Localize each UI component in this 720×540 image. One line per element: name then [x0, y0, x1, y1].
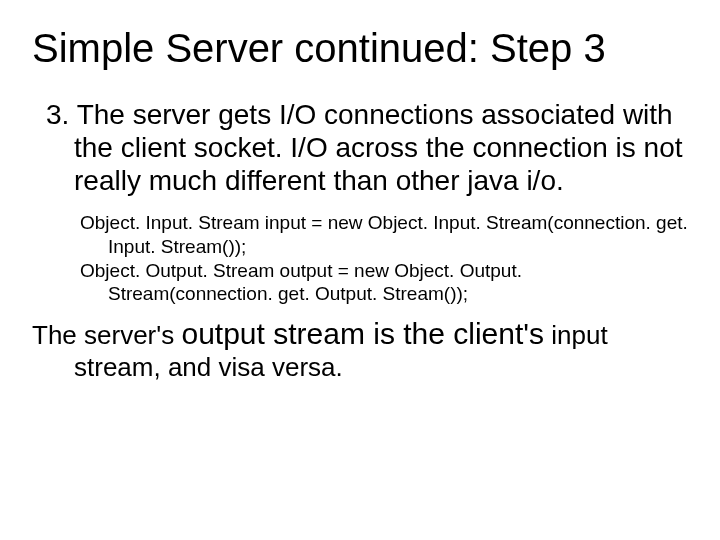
code-line-2: Object. Output. Stream output = new Obje… — [80, 259, 688, 307]
slide: Simple Server continued: Step 3 3. The s… — [0, 0, 720, 540]
closing-prefix: The server's — [32, 320, 181, 350]
body-paragraph: 3. The server gets I/O connections assoc… — [32, 98, 688, 197]
code-line-1: Object. Input. Stream input = new Object… — [80, 211, 688, 259]
code-block: Object. Input. Stream input = new Object… — [32, 211, 688, 306]
slide-title: Simple Server continued: Step 3 — [32, 26, 688, 70]
closing-emphasis: output stream is the client's — [181, 317, 544, 350]
closing-paragraph: The server's output stream is the client… — [32, 316, 688, 383]
body-paragraph-text: 3. The server gets I/O connections assoc… — [32, 98, 688, 197]
